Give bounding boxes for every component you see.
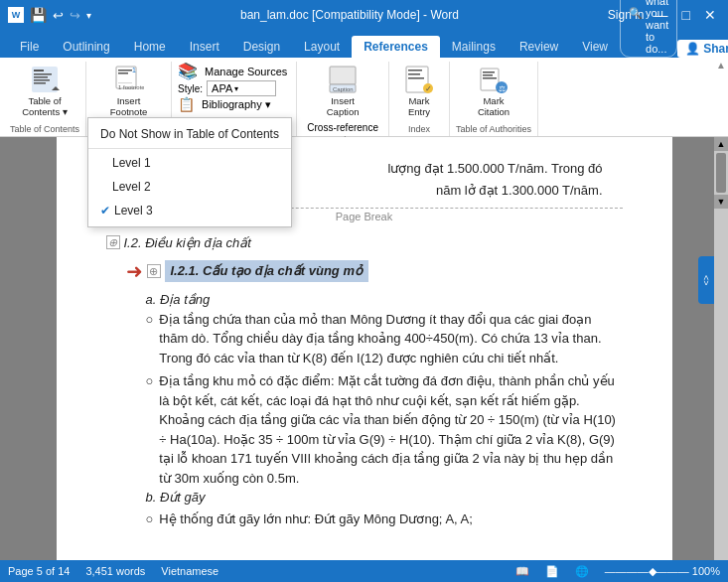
tab-outlining[interactable]: Outlining	[51, 36, 121, 58]
svg-rect-2	[34, 73, 52, 75]
level3-checkmark: ✔	[100, 204, 110, 218]
subheading-b: b. Đứt gãy	[146, 488, 623, 508]
mark-citation-button[interactable]: ⚖ MarkCitation	[470, 62, 517, 120]
dropdown-menu: Do Not Show in Table of Contents Level 1…	[87, 117, 292, 227]
footnotes-group: Do Not Show in Table of Contents Level 1…	[86, 62, 172, 136]
save-icon[interactable]: 💾	[30, 7, 47, 23]
toc-group: Table of Contents ▾ Table of Contents	[4, 62, 86, 136]
svg-text:✓: ✓	[425, 84, 432, 93]
svg-rect-3	[34, 76, 48, 78]
bullet-3: ○ Hệ thống đứt gãy lớn như: Đứt gãy Mông…	[146, 509, 623, 529]
bullet-sym-3: ○	[146, 509, 154, 529]
share-label: Share	[703, 42, 728, 56]
maximize-button[interactable]: □	[678, 7, 694, 23]
svg-rect-27	[483, 72, 495, 73]
svg-rect-29	[483, 77, 497, 79]
dropdown-item-level1[interactable]: Level 1	[88, 151, 291, 175]
svg-rect-5	[34, 82, 46, 84]
style-label: Style:	[178, 83, 203, 94]
scroll-down-button[interactable]: ▼	[714, 195, 728, 209]
insert-caption-icon: Caption	[327, 64, 359, 95]
svg-rect-23	[408, 77, 424, 79]
bullet-sym-2: ○	[146, 371, 154, 488]
mark-entry-label: MarkEntry	[408, 95, 430, 118]
word-count: 3,451 words	[85, 565, 145, 577]
mark-citation-label: MarkCitation	[478, 95, 510, 118]
dropdown-item-level2[interactable]: Level 2	[88, 175, 291, 199]
tab-layout[interactable]: Layout	[292, 36, 352, 58]
tab-mailings[interactable]: Mailings	[440, 36, 508, 58]
bullet-2: ○ Địa tầng khu mỏ có đặc điểm: Mặt cắt t…	[146, 371, 623, 488]
style-row: Style: APA ▾	[178, 80, 290, 96]
tab-review[interactable]: Review	[508, 36, 570, 58]
scroll-up-button[interactable]: ▲	[714, 137, 728, 151]
svg-rect-8	[118, 70, 132, 72]
read-mode-icon[interactable]: 📖	[515, 565, 529, 578]
undo-icon[interactable]: ↩	[53, 8, 64, 23]
redo-icon[interactable]: ↪	[70, 8, 80, 23]
style-value: APA	[212, 82, 232, 94]
tab-references[interactable]: References	[352, 36, 440, 58]
bibliography-button[interactable]: Bibliography ▾	[199, 97, 274, 112]
side-tab[interactable]: <>	[698, 256, 714, 304]
tab-insert[interactable]: Insert	[178, 36, 231, 58]
bullet-text-1: Địa tầng chứa than của mỏ than Mông Dươn…	[159, 310, 622, 368]
toc-group-label: Table of Contents	[10, 124, 79, 136]
style-combo[interactable]: APA ▾	[207, 80, 276, 96]
authorities-group-label: Table of Authorities	[456, 124, 531, 136]
tab-view[interactable]: View	[570, 36, 620, 58]
tab-home[interactable]: Home	[122, 36, 178, 58]
dropdown-item-donot[interactable]: Do Not Show in Table of Contents	[88, 122, 291, 146]
authorities-group: ⚖ MarkCitation Table of Authorities	[450, 62, 538, 136]
mark-entry-button[interactable]: ✓ MarkEntry	[395, 62, 443, 120]
svg-text:1: 1	[132, 67, 136, 73]
svg-rect-22	[408, 73, 420, 75]
manage-sources-row: 📚 Manage Sources	[178, 62, 290, 80]
donot-label: Do Not Show in Table of Contents	[100, 127, 279, 141]
dropdown-item-level3[interactable]: ✔ Level 3	[88, 199, 291, 222]
manage-sources-button[interactable]: Manage Sources	[202, 65, 290, 78]
style-dropdown-icon: ▾	[234, 84, 238, 93]
document-title: ban_lam.doc [Compatibility Mode] - Word	[91, 8, 608, 22]
tab-design[interactable]: Design	[231, 36, 292, 58]
tell-me-label: Tell me what you want to do...	[646, 0, 668, 55]
share-button[interactable]: 👤 Share	[677, 40, 728, 58]
language: Vietnamese	[161, 565, 218, 577]
insert-caption-button[interactable]: Caption InsertCaption	[319, 62, 366, 120]
bibliography-row: 📋 Bibliography ▾	[178, 96, 290, 112]
bibliography-icon: 📋	[178, 96, 195, 112]
svg-rect-21	[408, 70, 422, 72]
status-bar: Page 5 of 14 3,451 words Vietnamese 📖 📄 …	[0, 560, 728, 582]
expand-i21-icon[interactable]: ⊕	[147, 264, 161, 278]
bullet-1: ○ Địa tầng chứa than của mỏ than Mông Dư…	[146, 310, 623, 368]
print-layout-icon[interactable]: 📄	[545, 565, 559, 578]
scroll-thumb[interactable]	[716, 153, 726, 193]
toc-button[interactable]: Table of Contents ▾	[18, 62, 72, 120]
share-icon: 👤	[685, 42, 700, 56]
svg-rect-28	[483, 74, 493, 76]
ribbon-expand-button[interactable]: ▲	[716, 60, 726, 71]
captions-group: Caption InsertCaption Cross-reference Ca…	[297, 62, 389, 136]
insert-footnote-icon: 1 1 footnote	[113, 64, 145, 95]
ribbon-tabs: File Outlining Home Insert Design Layout…	[0, 30, 728, 58]
index-group-label: Index	[408, 124, 430, 136]
tell-me-input[interactable]: 🔍 Tell me what you want to do...	[620, 0, 677, 58]
dropdown-divider	[88, 148, 291, 149]
tab-file[interactable]: File	[8, 36, 51, 58]
arrow-icon: ➜	[126, 256, 143, 286]
heading-i21-text: I.2.1. Cấu tạo địa chất vùng mỏ	[165, 260, 368, 282]
subheading-a: a. Địa tầng	[146, 290, 623, 310]
cross-reference-label: Cross-reference	[307, 122, 378, 133]
bullet-text-3: Hệ thống đứt gãy lớn như: Đứt gãy Mông D…	[159, 509, 472, 529]
svg-rect-11	[118, 82, 132, 83]
cross-reference-button[interactable]: Cross-reference	[303, 120, 382, 135]
zoom-slider[interactable]: ————◆——— 100%	[605, 565, 720, 578]
close-button[interactable]: ✕	[700, 7, 720, 23]
svg-text:⚖: ⚖	[499, 84, 506, 93]
heading-i2: ⊕ I.2. Điều kiện địa chất	[106, 233, 623, 253]
side-tab-icon: <>	[701, 275, 711, 286]
svg-text:1 footnote: 1 footnote	[118, 84, 144, 90]
web-layout-icon[interactable]: 🌐	[575, 565, 589, 578]
insert-footnote-button[interactable]: 1 1 footnote InsertFootnote	[105, 62, 153, 120]
expand-i2-icon[interactable]: ⊕	[106, 235, 120, 249]
